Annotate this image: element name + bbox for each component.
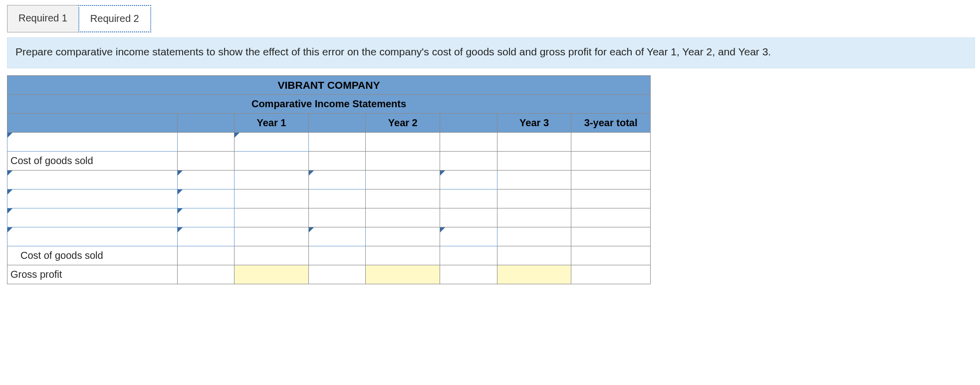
tab-required-2[interactable]: Required 2 [78,5,151,32]
colhead-year3-a [440,114,497,133]
table-row [7,171,651,190]
cell-input[interactable] [235,171,309,190]
colhead-year1-a [177,114,235,133]
cell-input[interactable] [497,190,571,208]
cell-input[interactable] [497,133,571,152]
cell-input[interactable] [366,171,440,190]
colhead-total: 3-year total [571,114,651,133]
table-row: Cost of goods sold [7,152,651,171]
colhead-year2-a [308,114,366,133]
cell-input[interactable] [235,152,309,171]
cell-input[interactable] [177,171,235,190]
cell-input[interactable] [308,265,366,284]
cell-input[interactable] [571,246,651,265]
cell-input[interactable] [366,152,440,171]
cell-input[interactable] [440,152,497,171]
cell-input[interactable] [366,190,440,208]
colhead-blank [7,114,178,133]
table-row: Cost of goods sold [7,246,651,265]
cell-input[interactable] [177,246,235,265]
cell-input[interactable] [235,190,309,208]
cell-input[interactable] [177,133,235,152]
cell-input[interactable] [440,171,497,190]
report-title: Comparative Income Statements [7,95,651,114]
cell-input[interactable] [235,133,309,152]
cell-input[interactable] [571,171,651,190]
cell-input[interactable] [440,265,497,284]
cell-input[interactable] [440,133,497,152]
cell-input[interactable] [308,208,366,227]
row-label-input[interactable] [7,190,178,208]
cell-input[interactable] [177,227,235,246]
cell-input[interactable] [308,227,366,246]
table-row [7,208,651,227]
cell-input[interactable] [571,208,651,227]
cell-input[interactable] [177,265,235,284]
cell-input[interactable] [497,152,571,171]
cell-input[interactable] [440,227,497,246]
cell-input[interactable] [308,152,366,171]
cell-input[interactable] [497,227,571,246]
cell-input[interactable] [177,208,235,227]
table-row [7,190,651,208]
cell-input[interactable] [366,227,440,246]
cell-output [235,265,309,284]
cell-input[interactable] [308,171,366,190]
cell-input[interactable] [177,190,235,208]
colhead-year3: Year 3 [497,114,571,133]
income-statement-table: VIBRANT COMPANY Comparative Income State… [7,75,651,284]
row-label-input[interactable] [7,227,178,246]
cell-input[interactable] [497,171,571,190]
cell-input[interactable] [440,190,497,208]
cell-input[interactable] [571,227,651,246]
cell-input[interactable] [235,227,309,246]
cell-input[interactable] [571,152,651,171]
row-label-gross-profit: Gross profit [7,265,178,284]
cell-input[interactable] [571,190,651,208]
tab-required-1[interactable]: Required 1 [7,5,78,32]
cell-output [366,265,440,284]
cell-input[interactable] [308,133,366,152]
row-label-input[interactable] [7,171,178,190]
row-label-cogs-total: Cost of goods sold [7,246,178,265]
cell-input[interactable] [235,246,309,265]
row-label-input[interactable] [7,208,178,227]
instruction-panel: Prepare comparative income statements to… [7,37,975,68]
row-label-input[interactable] [7,133,178,152]
cell-input[interactable] [308,246,366,265]
cell-output [497,265,571,284]
cell-input[interactable] [440,246,497,265]
colhead-year2: Year 2 [366,114,440,133]
cell-input[interactable] [497,246,571,265]
cell-input[interactable] [366,133,440,152]
cell-input[interactable] [366,246,440,265]
cell-input[interactable] [235,208,309,227]
cell-input[interactable] [440,208,497,227]
cell-input[interactable] [497,208,571,227]
table-row [7,227,651,246]
row-label-cogs-header: Cost of goods sold [7,152,178,171]
table-row: Gross profit [7,265,651,284]
table-row [7,133,651,152]
worksheet: VIBRANT COMPANY Comparative Income State… [7,75,651,284]
cell-input[interactable] [571,133,651,152]
cell-input[interactable] [366,208,440,227]
cell-input[interactable] [571,265,651,284]
colhead-year1: Year 1 [235,114,309,133]
cell-input[interactable] [177,152,235,171]
cell-input[interactable] [308,190,366,208]
tabs: Required 1 Required 2 [7,5,975,32]
company-header: VIBRANT COMPANY [7,76,651,95]
